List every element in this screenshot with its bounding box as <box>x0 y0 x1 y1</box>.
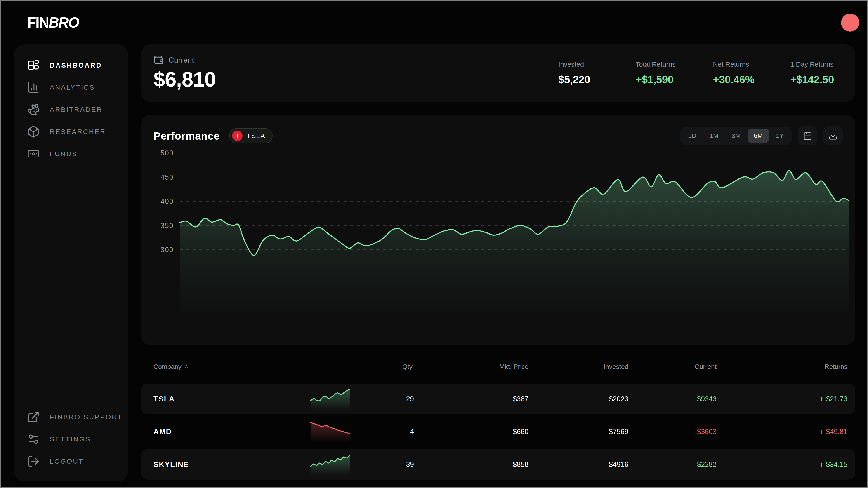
company-cell: SKYLINE <box>153 460 309 469</box>
current-value: $9343 <box>628 395 717 403</box>
ticker-badge[interactable]: T TSLA <box>229 128 273 143</box>
sidebar-item-funds[interactable]: FUNDS <box>14 143 128 165</box>
sidebar-item-label: FINBRO SUPPORT <box>50 413 123 421</box>
performance-chart-svg: 500450400350300 <box>153 149 848 329</box>
logo-bro: BRO <box>49 14 79 31</box>
returns-value: $49.81 <box>826 428 847 436</box>
sliders-icon <box>27 433 40 446</box>
company-cell: AMD <box>153 427 309 436</box>
trend-arrow-icon: ↓ <box>820 428 824 436</box>
range-1m-button[interactable]: 1M <box>703 129 725 143</box>
stat-invested: Invested $5,220 <box>558 61 611 86</box>
top-bar: FINBRO <box>1 1 867 44</box>
invested-cell: $7569 <box>528 428 628 436</box>
company-header-sort[interactable]: Company <box>153 363 309 370</box>
portfolio-summary-card: Current $6,810 Invested $5,220 Total Ret… <box>141 44 855 102</box>
sidebar-item-label: LOGOUT <box>50 457 84 465</box>
table-header-row: Company Qty. Mkt. Price Invested Current… <box>141 358 855 376</box>
bar-chart-icon <box>27 81 40 94</box>
qty-cell: 4 <box>351 428 414 436</box>
table-row-tsla[interactable]: TSLA 29 $387 $2023 $9343 ↑ $21.73 <box>141 384 855 414</box>
log-out-icon <box>27 455 40 468</box>
sort-icon <box>184 364 189 369</box>
invested-header[interactable]: Invested <box>528 363 628 370</box>
current-block: Current $6,810 <box>153 55 216 91</box>
main-content: Current $6,810 Invested $5,220 Total Ret… <box>141 44 855 480</box>
svg-text:300: 300 <box>160 246 174 254</box>
returns-cell: ↑ $21.73 <box>717 395 847 403</box>
finbro-logo[interactable]: FINBRO <box>27 14 79 31</box>
user-avatar[interactable] <box>841 13 859 32</box>
returns-value: $34.15 <box>826 460 847 468</box>
mkt-price-cell: $387 <box>414 395 528 403</box>
current-value: $3603 <box>628 428 717 436</box>
sidebar-item-dashboard[interactable]: DASHBOARD <box>14 54 128 76</box>
stat-net-returns: Net Returns +30.46% <box>713 61 765 86</box>
ticker-symbol: TSLA <box>247 132 266 140</box>
box-icon <box>27 125 40 138</box>
mkt-price-cell: $660 <box>414 428 528 436</box>
company-header-label: Company <box>153 363 182 370</box>
stat-1-day-returns: 1 Day Returns +$142.50 <box>790 61 843 86</box>
logo-fin: FIN <box>27 14 49 31</box>
performance-chart: 500450400350300 <box>153 149 848 329</box>
banknote-icon <box>27 148 40 160</box>
wallet-icon <box>153 55 163 65</box>
tsla-logo-icon: T <box>232 131 243 141</box>
mkt-price-header[interactable]: Mkt. Price <box>414 363 528 370</box>
stat-value: +30.46% <box>713 73 765 86</box>
sparkline-chart <box>309 419 351 445</box>
stat-value: +$142.50 <box>790 73 843 86</box>
trend-arrow-icon: ↑ <box>820 395 824 403</box>
main-layout: DASHBOARD ANALYTICS ARBITRADER RESEARCHE… <box>1 44 867 482</box>
download-button[interactable] <box>823 126 843 145</box>
company-cell: TSLA <box>153 395 309 403</box>
table-row-skyline[interactable]: SKYLINE 39 $858 $4916 $2282 ↑ $34.15 <box>141 449 855 480</box>
holdings-table: Company Qty. Mkt. Price Invested Current… <box>141 358 855 480</box>
invested-cell: $4916 <box>528 460 628 468</box>
svg-text:450: 450 <box>160 173 174 181</box>
sidebar-item-label: FUNDS <box>50 150 78 158</box>
sidebar-item-finbro-support[interactable]: FINBRO SUPPORT <box>14 406 128 428</box>
current-value: $2282 <box>628 460 717 468</box>
download-icon <box>829 131 837 140</box>
range-1y-button[interactable]: 1Y <box>770 129 790 143</box>
sidebar-item-researcher[interactable]: RESEARCHER <box>14 121 128 143</box>
qty-cell: 29 <box>351 395 414 403</box>
sidebar-item-logout[interactable]: LOGOUT <box>14 450 128 473</box>
range-6m-button[interactable]: 6M <box>747 129 769 143</box>
sidebar-item-label: SETTINGS <box>50 435 91 443</box>
sidebar: DASHBOARD ANALYTICS ARBITRADER RESEARCHE… <box>14 44 128 482</box>
dashboard-icon <box>27 59 40 72</box>
calendar-button[interactable] <box>798 126 817 145</box>
range-1d-button[interactable]: 1D <box>682 129 703 143</box>
sidebar-item-label: RESEARCHER <box>50 128 106 135</box>
stat-label: Invested <box>558 61 611 68</box>
trend-arrow-icon: ↑ <box>820 460 824 468</box>
stat-total-returns: Total Returns +$1,590 <box>636 61 688 86</box>
sidebar-item-label: ANALYTICS <box>50 84 95 91</box>
svg-text:500: 500 <box>160 149 174 157</box>
sidebar-item-label: DASHBOARD <box>50 61 102 69</box>
table-row-amd[interactable]: AMD 4 $660 $7569 $3603 ↓ $49.81 <box>141 416 855 447</box>
stat-label: 1 Day Returns <box>790 61 843 68</box>
rabbit-icon <box>27 103 40 116</box>
stat-label: Net Returns <box>713 61 765 68</box>
current-label: Current <box>168 56 194 64</box>
sidebar-item-arbitrader[interactable]: ARBITRADER <box>14 98 128 121</box>
qty-header[interactable]: Qty. <box>351 363 414 370</box>
returns-value: $21.73 <box>826 395 847 403</box>
sidebar-item-analytics[interactable]: ANALYTICS <box>14 76 128 98</box>
performance-title: Performance <box>153 130 220 142</box>
summary-stats: Invested $5,220 Total Returns +$1,590 Ne… <box>558 61 843 86</box>
stat-value: $5,220 <box>558 73 611 86</box>
returns-header[interactable]: Returns <box>717 363 847 370</box>
mkt-price-cell: $858 <box>414 460 528 468</box>
range-3m-button[interactable]: 3M <box>725 129 747 143</box>
time-range-selector: 1D 1M 3M 6M 1Y <box>680 127 792 145</box>
returns-cell: ↓ $49.81 <box>717 428 847 436</box>
external-link-icon <box>27 411 40 423</box>
current-header[interactable]: Current <box>628 363 717 370</box>
sidebar-item-settings[interactable]: SETTINGS <box>14 428 128 450</box>
qty-cell: 39 <box>351 460 414 468</box>
